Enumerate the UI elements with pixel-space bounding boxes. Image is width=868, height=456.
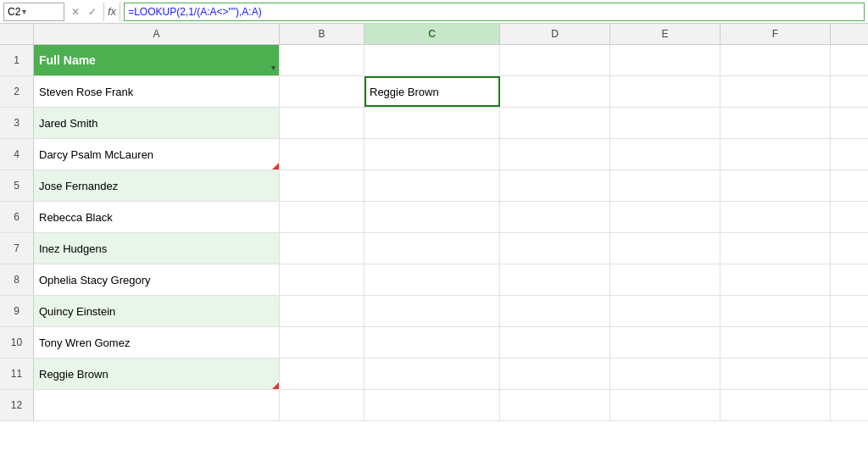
cell-e10[interactable]	[610, 327, 721, 358]
col-header-f[interactable]: F	[721, 24, 831, 44]
cell-e1[interactable]	[610, 45, 721, 75]
overflow-indicator-icon	[272, 382, 279, 389]
row-number: 9	[0, 296, 34, 326]
cell-c4[interactable]	[364, 139, 500, 170]
cell-b1[interactable]	[280, 45, 364, 75]
cell-e8[interactable]	[610, 264, 721, 295]
cell-f10[interactable]	[721, 327, 831, 358]
col-header-e[interactable]: E	[610, 24, 721, 44]
cell-c10[interactable]	[364, 327, 500, 358]
cell-d3[interactable]	[500, 108, 610, 138]
cell-a11[interactable]: Reggie Brown	[34, 359, 280, 389]
cell-a7[interactable]: Inez Hudgens	[34, 233, 280, 264]
cell-c5[interactable]	[364, 170, 500, 201]
confirm-icon[interactable]: ✓	[85, 4, 100, 19]
cell-d2[interactable]	[500, 76, 610, 107]
cell-b2[interactable]	[280, 76, 364, 107]
cell-f12[interactable]	[721, 390, 831, 420]
cell-e4[interactable]	[610, 139, 721, 170]
cell-d7[interactable]	[500, 233, 610, 264]
cell-c2[interactable]: Reggie Brown	[364, 76, 500, 107]
name-box[interactable]: C2 ▾	[3, 3, 64, 21]
overflow-indicator-icon	[272, 163, 279, 170]
cell-b4[interactable]	[280, 139, 364, 170]
table-row: 7Inez Hudgens	[0, 233, 868, 264]
row-number: 1	[0, 45, 34, 75]
cell-a2[interactable]: Steven Rose Frank	[34, 76, 280, 107]
cell-e2[interactable]	[610, 76, 721, 107]
formula-bar: C2 ▾ ✕ ✓ fx =LOOKUP(2,1/(A:A<>""),A:A)	[0, 0, 868, 24]
cell-a6[interactable]: Rebecca Black	[34, 202, 280, 232]
formula-input[interactable]: =LOOKUP(2,1/(A:A<>""),A:A)	[124, 3, 865, 21]
cell-d9[interactable]	[500, 296, 610, 326]
cell-c6[interactable]	[364, 202, 500, 232]
cell-e11[interactable]	[610, 359, 721, 389]
cell-b11[interactable]	[280, 359, 364, 389]
cell-c12[interactable]	[364, 390, 500, 420]
cell-d1[interactable]	[500, 45, 610, 75]
row-number: 10	[0, 327, 34, 358]
dropdown-arrow-icon[interactable]: ▾	[271, 64, 275, 72]
cell-b12[interactable]	[280, 390, 364, 420]
cell-f2[interactable]	[721, 76, 831, 107]
cell-e7[interactable]	[610, 233, 721, 264]
cell-a9[interactable]: Quincy Einstein	[34, 296, 280, 326]
cell-e3[interactable]	[610, 108, 721, 138]
cell-f1[interactable]	[721, 45, 831, 75]
cell-f8[interactable]	[721, 264, 831, 295]
cell-f3[interactable]	[721, 108, 831, 138]
cell-b6[interactable]	[280, 202, 364, 232]
cell-e5[interactable]	[610, 170, 721, 201]
cell-c9[interactable]	[364, 296, 500, 326]
cell-f11[interactable]	[721, 359, 831, 389]
cell-b10[interactable]	[280, 327, 364, 358]
row-number: 2	[0, 76, 34, 107]
table-row: 4Darcy Psalm McLauren	[0, 139, 868, 170]
cell-f7[interactable]	[721, 233, 831, 264]
cell-d6[interactable]	[500, 202, 610, 232]
cell-d12[interactable]	[500, 390, 610, 420]
cell-f5[interactable]	[721, 170, 831, 201]
cell-a10[interactable]: Tony Wren Gomez	[34, 327, 280, 358]
table-row: 3Jared Smith	[0, 108, 868, 139]
cell-b8[interactable]	[280, 264, 364, 295]
cell-a5[interactable]: Jose Fernandez	[34, 170, 280, 201]
cell-e6[interactable]	[610, 202, 721, 232]
cell-d5[interactable]	[500, 170, 610, 201]
cancel-icon[interactable]: ✕	[68, 4, 83, 19]
table-row: 12	[0, 390, 868, 421]
cell-c3[interactable]	[364, 108, 500, 138]
grid-body: 1Full Name▾2Steven Rose FrankReggie Brow…	[0, 45, 868, 421]
cell-f4[interactable]	[721, 139, 831, 170]
col-header-a[interactable]: A	[34, 24, 280, 44]
col-header-c[interactable]: C	[364, 24, 500, 44]
cell-b9[interactable]	[280, 296, 364, 326]
cell-c11[interactable]	[364, 359, 500, 389]
cell-a12[interactable]	[34, 390, 280, 420]
cell-a8[interactable]: Ophelia Stacy Gregory	[34, 264, 280, 295]
cell-a1[interactable]: Full Name▾	[34, 45, 280, 75]
row-number: 3	[0, 108, 34, 138]
cell-d10[interactable]	[500, 327, 610, 358]
row-number: 6	[0, 202, 34, 232]
cell-a4[interactable]: Darcy Psalm McLauren	[34, 139, 280, 170]
table-row: 9Quincy Einstein	[0, 296, 868, 327]
cell-f6[interactable]	[721, 202, 831, 232]
cell-e12[interactable]	[610, 390, 721, 420]
col-header-d[interactable]: D	[500, 24, 610, 44]
spreadsheet: A B C D E F 1Full Name▾2Steven Rose Fran…	[0, 24, 868, 421]
cell-c1[interactable]	[364, 45, 500, 75]
col-header-b[interactable]: B	[280, 24, 364, 44]
cell-c7[interactable]	[364, 233, 500, 264]
cell-d8[interactable]	[500, 264, 610, 295]
cell-f9[interactable]	[721, 296, 831, 326]
cell-a3[interactable]: Jared Smith	[34, 108, 280, 138]
cell-c8[interactable]	[364, 264, 500, 295]
table-row: 2Steven Rose FrankReggie Brown	[0, 76, 868, 108]
cell-e9[interactable]	[610, 296, 721, 326]
cell-b7[interactable]	[280, 233, 364, 264]
cell-d11[interactable]	[500, 359, 610, 389]
cell-b5[interactable]	[280, 170, 364, 201]
cell-b3[interactable]	[280, 108, 364, 138]
cell-d4[interactable]	[500, 139, 610, 170]
